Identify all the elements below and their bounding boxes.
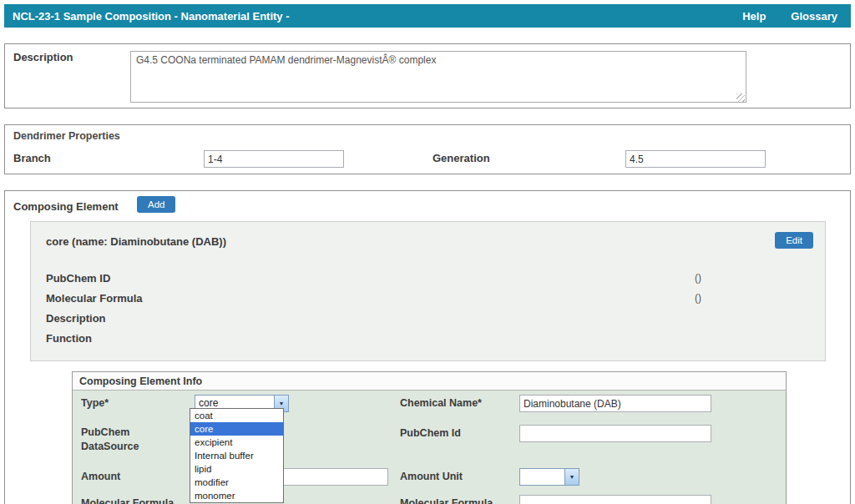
description-label: Description <box>13 51 73 63</box>
type-option-core[interactable]: core <box>190 422 283 436</box>
type-option-excipient[interactable]: excipient <box>190 436 283 449</box>
chemical-name-input[interactable] <box>519 395 711 412</box>
composing-element-section: Composing Element Add core (name: Diamin… <box>4 190 851 504</box>
edit-button[interactable]: Edit <box>775 232 813 249</box>
pubchem-id-input[interactable] <box>519 425 711 442</box>
type-option-monomer[interactable]: monomer <box>190 489 283 502</box>
molecular-formula-summary-label: Molecular Formula <box>46 292 143 305</box>
amount-unit-select[interactable]: ▼ <box>519 468 579 486</box>
amount-unit-select-value <box>520 469 564 485</box>
type-dropdown-list: coat core excipient Internal buffer lipi… <box>190 408 284 503</box>
pubchem-id-label: PubChem Id <box>400 427 461 439</box>
molecular-formula-input[interactable] <box>519 495 711 504</box>
type-option-modifier[interactable]: modifier <box>190 476 283 489</box>
type-option-coat[interactable]: coat <box>190 409 283 422</box>
header-bar: NCL-23-1 Sample Composition - Nanomateri… <box>4 4 851 28</box>
type-label: Type* <box>81 397 109 409</box>
branch-label: Branch <box>13 152 51 164</box>
molecular-formula-summary-value: () <box>695 292 701 304</box>
generation-label: Generation <box>433 152 490 164</box>
page-title: NCL-23-1 Sample Composition - Nanomateri… <box>13 10 290 23</box>
description-textarea[interactable]: G4.5 COONa terminated PAMAM dendrimer-Ma… <box>130 51 746 103</box>
resize-grip-icon[interactable] <box>736 93 745 102</box>
pubchem-id-summary-label: PubChem ID <box>46 272 110 285</box>
page: NCL-23-1 Sample Composition - Nanomateri… <box>0 0 855 504</box>
amount-label: Amount <box>81 471 120 482</box>
summary-heading: core (name: Diaminobutane (DAB)) <box>46 235 226 248</box>
molecular-formula-left-label: Molecular Formula <box>81 497 174 504</box>
add-button[interactable]: Add <box>137 196 175 213</box>
dropdown-arrow-icon[interactable]: ▼ <box>564 469 579 485</box>
branch-input[interactable] <box>204 150 344 168</box>
glossary-link[interactable]: Glossary <box>791 10 837 23</box>
help-link[interactable]: Help <box>742 10 766 23</box>
amount-unit-label: Amount Unit <box>400 471 463 482</box>
type-option-internal-buffer[interactable]: Internal buffer <box>190 449 283 462</box>
description-section: Description G4.5 COONa terminated PAMAM … <box>4 43 851 108</box>
type-option-lipid[interactable]: lipid <box>190 462 283 476</box>
pubchem-datasource-label: PubChem DataSource <box>81 426 149 454</box>
composing-element-title: Composing Element <box>13 200 119 213</box>
composing-element-info-panel: Composing Element Info Type* core ▼ Chem… <box>72 371 787 504</box>
dendrimer-section: Dendrimer Properties Branch Generation <box>4 124 851 174</box>
chemical-name-label: Chemical Name* <box>400 397 482 409</box>
function-summary-label: Function <box>46 332 92 345</box>
description-summary-label: Description <box>46 312 106 325</box>
info-panel-title: Composing Element Info <box>73 372 786 391</box>
composing-element-summary: core (name: Diaminobutane (DAB)) Edit Pu… <box>30 221 826 361</box>
molecular-formula-right-label: Molecular Formula <box>400 497 493 504</box>
dendrimer-title: Dendrimer Properties <box>13 130 120 142</box>
generation-input[interactable] <box>625 150 766 168</box>
pubchem-id-summary-value: () <box>695 272 701 284</box>
